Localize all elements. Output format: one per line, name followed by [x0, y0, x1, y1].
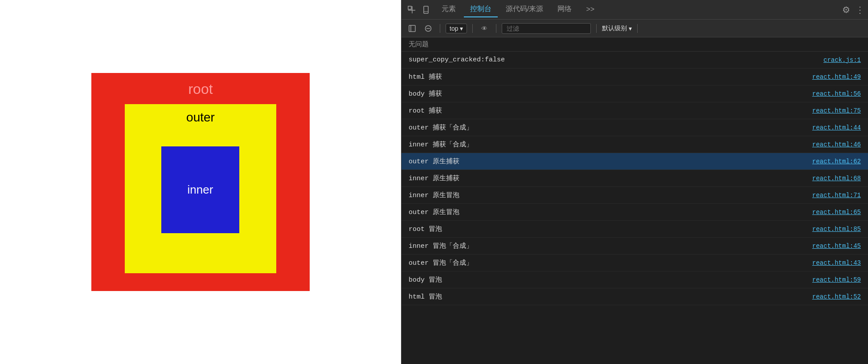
- entry-source-5[interactable]: react.html:44: [812, 124, 861, 131]
- svg-rect-5: [409, 25, 415, 32]
- level-selector[interactable]: 默认级别 ▾: [602, 24, 632, 32]
- tab-console[interactable]: 控制台: [464, 2, 498, 17]
- console-entry-8[interactable]: inner 原生捕获react.html:68: [401, 170, 868, 187]
- sidebar-toggle-button[interactable]: [406, 22, 418, 35]
- entry-source-2[interactable]: react.html:49: [812, 73, 861, 81]
- inspect-icon[interactable]: [405, 3, 418, 16]
- console-entry-11[interactable]: root 冒泡react.html:85: [401, 221, 868, 238]
- console-entry-3[interactable]: body 捕获react.html:56: [401, 85, 868, 102]
- entry-text-1: super_copy_cracked:false: [409, 56, 823, 64]
- entry-source-8[interactable]: react.html:68: [812, 175, 861, 182]
- console-entry-5[interactable]: outer 捕获「合成」react.html:44: [401, 119, 868, 136]
- device-icon[interactable]: [420, 3, 434, 16]
- tab-elements[interactable]: 元素: [435, 2, 462, 17]
- entry-text-13: outer 冒泡「合成」: [409, 259, 812, 267]
- no-issues-bar: 无问题: [401, 37, 868, 52]
- context-selector[interactable]: top ▾: [446, 24, 467, 33]
- entry-text-3: body 捕获: [409, 89, 812, 98]
- root-box[interactable]: root outer inner: [91, 73, 310, 291]
- devtools-right-icons: ⚙ ⋮: [842, 4, 864, 15]
- toolbar-divider-1: [440, 24, 440, 33]
- entry-source-3[interactable]: react.html:56: [812, 90, 861, 97]
- eye-icon[interactable]: 👁: [478, 22, 491, 35]
- devtools-panel: 元素 控制台 源代码/来源 网络 >> ⚙ ⋮: [401, 0, 868, 364]
- chevron-down-icon-2: ▾: [629, 25, 632, 32]
- entry-text-11: root 冒泡: [409, 225, 812, 233]
- root-label: root: [188, 81, 213, 97]
- console-entry-9[interactable]: inner 原生冒泡react.html:71: [401, 187, 868, 204]
- console-entry-13[interactable]: outer 冒泡「合成」react.html:43: [401, 255, 868, 271]
- console-entry-6[interactable]: inner 捕获「合成」react.html:46: [401, 136, 868, 153]
- console-entry-14[interactable]: body 冒泡react.html:59: [401, 271, 868, 288]
- inner-box[interactable]: inner: [161, 146, 239, 233]
- devtools-toolbar: top ▾ 👁 默认级别 ▾: [401, 20, 868, 37]
- outer-label: outer: [186, 110, 215, 125]
- clear-console-button[interactable]: [422, 22, 434, 35]
- entry-text-8: inner 原生捕获: [409, 174, 812, 182]
- entry-source-15[interactable]: react.html:52: [812, 293, 861, 300]
- console-entry-4[interactable]: root 捕获react.html:75: [401, 102, 868, 119]
- entry-source-13[interactable]: react.html:43: [812, 259, 861, 267]
- entry-text-2: html 捕获: [409, 73, 812, 81]
- entry-source-12[interactable]: react.html:45: [812, 243, 861, 250]
- console-entry-12[interactable]: inner 冒泡「合成」react.html:45: [401, 238, 868, 255]
- svg-rect-3: [424, 6, 428, 13]
- tab-more[interactable]: >>: [580, 3, 601, 17]
- left-panel: root outer inner: [0, 0, 401, 364]
- entry-text-5: outer 捕获「合成」: [409, 123, 812, 132]
- console-entry-15[interactable]: html 冒泡react.html:52: [401, 288, 868, 305]
- toolbar-divider-3: [496, 24, 496, 33]
- chevron-down-icon: ▾: [460, 25, 463, 32]
- entry-text-10: outer 原生冒泡: [409, 208, 812, 216]
- entry-text-15: html 冒泡: [409, 292, 812, 301]
- entry-text-12: inner 冒泡「合成」: [409, 242, 812, 250]
- console-entry-7[interactable]: outer 原生捕获react.html:62: [401, 153, 868, 170]
- entry-text-7: outer 原生捕获: [409, 157, 812, 166]
- entry-text-14: body 冒泡: [409, 275, 812, 284]
- entry-text-9: inner 原生冒泡: [409, 191, 812, 199]
- tab-sources[interactable]: 源代码/来源: [500, 2, 549, 17]
- entry-source-14[interactable]: react.html:59: [812, 276, 861, 283]
- devtools-tab-bar: 元素 控制台 源代码/来源 网络 >> ⚙ ⋮: [401, 0, 868, 20]
- entry-source-4[interactable]: react.html:75: [812, 107, 861, 114]
- settings-icon[interactable]: ⚙: [842, 4, 850, 15]
- more-options-icon[interactable]: ⋮: [856, 4, 864, 15]
- entry-source-1[interactable]: crack.js:1: [823, 57, 861, 64]
- entry-source-7[interactable]: react.html:62: [812, 158, 861, 165]
- console-entry-10[interactable]: outer 原生冒泡react.html:65: [401, 204, 868, 221]
- inner-label: inner: [188, 183, 213, 197]
- entry-source-9[interactable]: react.html:71: [812, 192, 861, 199]
- filter-input[interactable]: [502, 23, 591, 34]
- entry-text-4: root 捕获: [409, 106, 812, 115]
- level-label: 默认级别: [602, 24, 627, 32]
- entry-source-10[interactable]: react.html:65: [812, 209, 861, 216]
- context-label: top: [450, 25, 458, 32]
- svg-rect-0: [408, 6, 411, 9]
- console-entry-1[interactable]: super_copy_cracked:falsecrack.js:1: [401, 52, 868, 69]
- no-issues-text: 无问题: [409, 40, 429, 48]
- entry-source-6[interactable]: react.html:46: [812, 141, 861, 148]
- toolbar-divider-2: [472, 24, 473, 33]
- tab-network[interactable]: 网络: [551, 2, 578, 17]
- console-entry-2[interactable]: html 捕获react.html:49: [401, 69, 868, 85]
- console-entries: super_copy_cracked:falsecrack.js:1html 捕…: [401, 52, 868, 364]
- entry-text-6: inner 捕获「合成」: [409, 140, 812, 149]
- toolbar-divider-5: [637, 24, 638, 33]
- toolbar-divider-4: [596, 24, 597, 33]
- outer-box[interactable]: outer inner: [125, 104, 276, 273]
- entry-source-11[interactable]: react.html:85: [812, 226, 861, 233]
